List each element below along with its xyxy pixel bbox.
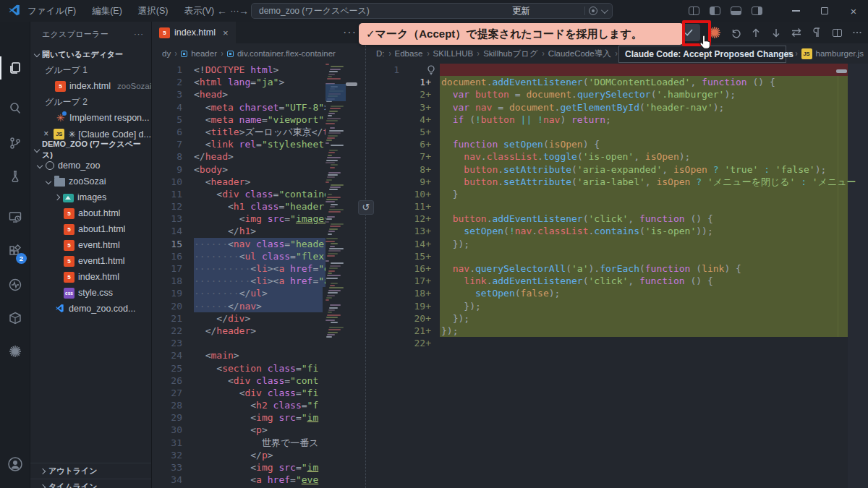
original-line-number[interactable]: 1 [366, 64, 399, 76]
breadcrumb-item[interactable]: SKILLHUB [433, 49, 474, 58]
tree-item[interactable]: 5event.html [30, 237, 151, 253]
code-line[interactable]: 14 </h1> [152, 225, 326, 237]
line-number[interactable]: 2 [152, 76, 182, 88]
added-line-number[interactable]: 6+ [399, 138, 431, 150]
original-line-number[interactable] [366, 325, 399, 337]
added-line-number[interactable]: 13+ [399, 225, 431, 237]
diff-line[interactable]: 10+ } [366, 188, 868, 200]
activity-extensions-icon[interactable]: 2 [0, 237, 30, 266]
original-line-number[interactable] [366, 76, 399, 88]
diff-line[interactable]: 14+ }); [366, 238, 868, 250]
line-number[interactable]: 18 [152, 275, 182, 287]
tree-item[interactable]: 5about.html [30, 205, 151, 221]
customize-layout-icon[interactable] [689, 7, 699, 15]
tab-more-icon[interactable]: ··· [343, 22, 357, 43]
line-number[interactable]: 25 [152, 362, 182, 374]
update-menu[interactable]: 更新 [512, 0, 530, 22]
added-line-number[interactable]: 21+ [399, 325, 431, 337]
line-number[interactable]: 3 [152, 88, 182, 100]
line-number[interactable]: 23 [152, 337, 182, 349]
code-line[interactable]: 1<!DOCTYPE html> [152, 64, 326, 76]
added-line-number[interactable]: 7+ [399, 150, 431, 163]
line-number[interactable]: 4 [152, 101, 182, 114]
activity-beaker-icon[interactable] [0, 162, 30, 191]
line-number[interactable]: 24 [152, 349, 182, 361]
discard-button[interactable] [729, 24, 742, 41]
activity-search-icon[interactable] [0, 94, 30, 123]
added-line-number[interactable]: 1+ [399, 76, 431, 88]
code-line[interactable]: 18··········<li><a href="ab [152, 275, 326, 287]
tree-item[interactable]: images [30, 189, 151, 205]
menu-item[interactable]: 表示(V) [184, 5, 214, 17]
diff-line[interactable]: 8+ button.setAttribute('aria-expanded', … [366, 163, 868, 176]
sidebar-section-アウトライン[interactable]: アウトライン [30, 463, 151, 479]
diff-line[interactable]: 16+ nav.querySelectorAll('a').forEach(fu… [366, 262, 868, 275]
editor-right-diff[interactable]: 11+document.addEventListener('DOMContent… [366, 64, 868, 488]
line-number[interactable]: 31 [152, 437, 182, 449]
added-line-number[interactable]: 16+ [399, 262, 431, 275]
added-line-number[interactable]: 18+ [399, 287, 431, 299]
added-line-number[interactable]: 3+ [399, 101, 431, 114]
diff-line[interactable]: 2+ var button = document.querySelector('… [366, 88, 868, 100]
line-number[interactable]: 19 [152, 287, 182, 299]
code-line[interactable]: 19········</ul> [152, 287, 326, 299]
diff-line[interactable]: 22+ [366, 337, 868, 349]
original-line-number[interactable] [366, 88, 399, 100]
added-line-number[interactable]: 11+ [399, 200, 431, 213]
diff-line[interactable]: 6+ function setOpen(isOpen) { [366, 138, 868, 150]
diff-line[interactable]: 1 [366, 64, 868, 76]
line-number[interactable]: 29 [152, 411, 182, 424]
line-number[interactable]: 8 [152, 150, 182, 163]
diff-line[interactable]: 21+}); [366, 325, 868, 337]
revert-changes-icon[interactable]: ↺ [358, 200, 374, 215]
code-line[interactable]: 7 <link rel="stylesheet" [152, 138, 326, 150]
line-number[interactable]: 33 [152, 461, 182, 474]
tree-item[interactable]: 5event1.html [30, 253, 151, 269]
diff-line[interactable]: 1+document.addEventListener('DOMContentL… [366, 76, 868, 88]
diff-line[interactable]: 20+ }); [366, 312, 868, 325]
activity-cube-icon[interactable] [0, 304, 30, 333]
added-line-number[interactable]: 14+ [399, 238, 431, 250]
original-line-number[interactable] [366, 225, 399, 237]
diff-line[interactable]: 7+ nav.classList.toggle('is-open', isOpe… [366, 150, 868, 163]
close-button[interactable]: × [839, 0, 868, 22]
code-line[interactable]: 10 <header> [152, 176, 326, 188]
diff-line[interactable]: 15+ [366, 250, 868, 262]
activity-account-icon[interactable] [0, 450, 30, 479]
activity-pulse-icon[interactable] [0, 270, 30, 299]
line-number[interactable]: 14 [152, 225, 182, 237]
command-center[interactable]: demo_zoo (ワークスペース) [251, 3, 613, 19]
lightbulb-icon[interactable] [427, 65, 435, 75]
original-line-number[interactable] [366, 188, 399, 200]
added-line-number[interactable]: 5+ [399, 126, 431, 138]
editor-left[interactable]: 1<!DOCTYPE html>2<html lang="ja">3<head>… [152, 64, 326, 488]
original-line-number[interactable] [366, 126, 399, 138]
code-line[interactable]: 33 <img src="im [152, 461, 326, 474]
diff-line[interactable]: 11+ [366, 200, 868, 213]
line-number[interactable]: 22 [152, 325, 182, 337]
original-line-number[interactable] [366, 300, 399, 312]
line-number[interactable]: 9 [152, 163, 182, 176]
diff-line[interactable]: 4+ if (!button || !nav) return; [366, 114, 868, 126]
line-number[interactable]: 16 [152, 250, 182, 262]
breadcrumb-item[interactable]: Skillhubブログ [483, 48, 538, 59]
code-line[interactable]: 25 <section class="fi [152, 362, 326, 374]
diff-line[interactable]: 19+ }); [366, 300, 868, 312]
open-editor-item[interactable]: 5index.htmlzooSozai [30, 78, 151, 94]
line-number[interactable]: 20 [152, 300, 182, 312]
line-number[interactable]: 28 [152, 399, 182, 411]
breadcrumb-item[interactable]: ClaudeCode導入 [548, 48, 611, 59]
activity-live-preview-icon[interactable] [0, 202, 30, 231]
code-line[interactable]: 12 <h1 class="header-l [152, 200, 326, 213]
line-number[interactable]: 6 [152, 126, 182, 138]
code-line[interactable]: 32 </p> [152, 449, 326, 461]
back-icon[interactable]: ← [217, 5, 227, 17]
arrow-down-button[interactable] [770, 24, 783, 41]
code-line[interactable]: 24 <main> [152, 349, 326, 361]
split-editor-button[interactable] [830, 24, 843, 41]
maximize-button[interactable] [810, 0, 839, 22]
open-editor-item[interactable]: ✳Implement respon... [30, 110, 151, 126]
line-number[interactable]: 17 [152, 262, 182, 275]
line-number[interactable]: 15 [152, 238, 182, 250]
minimap[interactable] [326, 64, 346, 346]
